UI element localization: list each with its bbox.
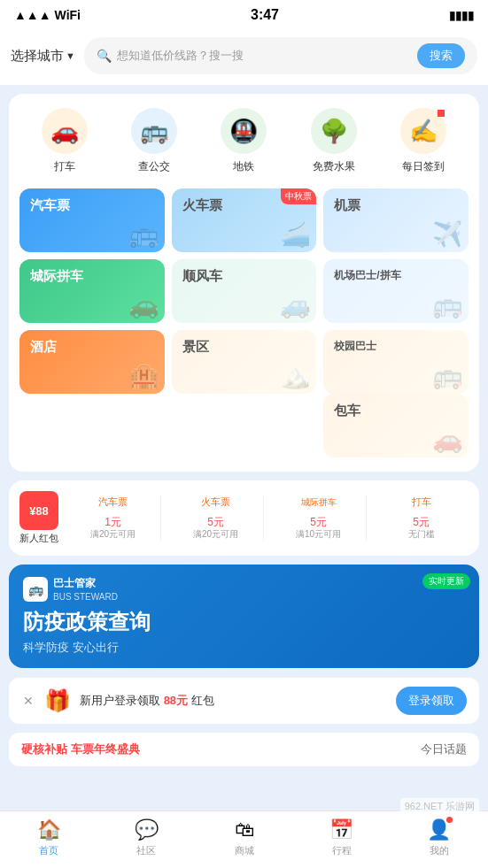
icon-metro[interactable]: 🚇 地铁 xyxy=(221,108,267,174)
fruit-label: 免费水果 xyxy=(313,159,355,174)
tab-trip[interactable]: 📅 行程 xyxy=(293,818,391,857)
tab-shop-label: 商城 xyxy=(235,844,254,857)
ticket-rideshare-title: 顺风车 xyxy=(182,268,306,285)
taxi-icon-bg: 🚗 xyxy=(42,108,88,154)
coupon-train-condition: 满20元可用 xyxy=(174,528,258,541)
battery-icon: ▮▮▮▮ xyxy=(449,9,474,22)
quick-icons: 🚗 打车 🚌 查公交 🚇 地铁 🌳 免费水果 ✍ 每日签到 xyxy=(19,108,469,174)
coupon-carpool-condition: 满10元可用 xyxy=(276,528,360,541)
city-selector[interactable]: 选择城市 ▼ xyxy=(11,48,75,65)
tab-shop[interactable]: 🛍 商城 xyxy=(195,818,292,857)
notification-amount: 88元 xyxy=(164,694,188,707)
promo-text: 硬核补贴 车票年终盛典 xyxy=(21,741,140,757)
ticket-train[interactable]: 中秋票 火车票 🚄 xyxy=(172,188,317,252)
ticket-grid: 汽车票 🚌 中秋票 火车票 🚄 机票 ✈️ 城际拼车 🚗 顺风车 🚙 xyxy=(19,188,469,457)
coupon-carpool[interactable]: 城际拼车 5元 满10元可用 xyxy=(271,496,367,541)
icon-fruit[interactable]: 🌳 免费水果 xyxy=(311,108,357,174)
close-icon[interactable]: ✕ xyxy=(21,692,35,710)
profile-dot xyxy=(446,817,453,823)
tab-community[interactable]: 💬 社区 xyxy=(97,818,195,857)
icon-bus[interactable]: 🚌 查公交 xyxy=(131,108,177,174)
coupon-section: ¥88 新人红包 汽车票 1元 满20元可用 火车票 5元 满20元可用 城际拼… xyxy=(9,480,479,556)
ticket-carpool-title: 城际拼车 xyxy=(30,268,154,285)
promo-bar: 硬核补贴 车票年终盛典 今日话题 xyxy=(9,733,479,766)
coupon-carpool-type: 城际拼车 xyxy=(276,496,360,509)
topic-text: 今日话题 xyxy=(421,741,467,757)
banner-card[interactable]: 🚌 巴士管家 BUS STEWARD 实时更新 防疫政策查询 科学防疫 安心出行 xyxy=(9,565,479,668)
profile-icon: 👤 xyxy=(427,818,451,841)
ticket-charter-title: 包车 xyxy=(334,403,458,419)
metro-icon-bg: 🚇 xyxy=(221,108,267,154)
ticket-rideshare[interactable]: 顺风车 🚙 xyxy=(172,259,317,323)
ticket-hotel-title: 酒店 xyxy=(30,339,154,356)
tab-home[interactable]: 🏠 首页 xyxy=(0,818,97,857)
trip-icon: 📅 xyxy=(329,818,353,841)
search-bar[interactable]: 🔍 想知道低价线路？搜一搜 搜索 xyxy=(84,37,477,74)
ticket-carpool[interactable]: 城际拼车 🚗 xyxy=(19,259,165,323)
status-time: 3:47 xyxy=(251,7,279,23)
services-card: 🚗 打车 🚌 查公交 🚇 地铁 🌳 免费水果 ✍ 每日签到 xyxy=(9,94,479,472)
coupon-bus-amount: 1元 xyxy=(71,511,155,528)
ticket-flight[interactable]: 机票 ✈️ xyxy=(323,188,469,252)
wifi-icon: WiFi xyxy=(55,8,81,22)
tab-trip-label: 行程 xyxy=(332,844,352,857)
coupon-train-type: 火车票 xyxy=(174,495,258,509)
banner-subtitle: 科学防疫 安心出行 xyxy=(23,640,465,656)
ticket-train-title: 火车票 xyxy=(182,197,306,214)
coupon-taxi-amount: 5元 xyxy=(379,511,463,528)
coupon-taxi[interactable]: 打车 5元 无门槛 xyxy=(374,495,469,541)
notification-bar: ✕ 🎁 新用户登录领取 88元 红包 登录领取 xyxy=(9,677,479,724)
shop-icon: 🛍 xyxy=(235,818,254,841)
chevron-down-icon: ▼ xyxy=(66,50,75,61)
banner-logo-icon: 🚌 xyxy=(23,577,48,602)
tab-home-label: 首页 xyxy=(39,844,58,857)
bus-icon-bg: 🚌 xyxy=(131,108,177,154)
ticket-charter[interactable]: 包车 🚗 xyxy=(323,394,469,457)
search-placeholder: 想知道低价线路？搜一搜 xyxy=(117,48,412,64)
banner-realtime-badge: 实时更新 xyxy=(422,573,470,589)
coupon-bus-type: 汽车票 xyxy=(71,495,155,509)
notification-text: 新用户登录领取 88元 红包 xyxy=(80,693,387,709)
coupon-carpool-amount: 5元 xyxy=(276,511,360,528)
checkin-icon-bg: ✍ xyxy=(400,108,446,154)
tab-community-label: 社区 xyxy=(136,844,156,857)
bottom-tabs: 🏠 首页 💬 社区 🛍 商城 📅 行程 👤 我的 xyxy=(0,810,488,868)
ticket-hotel[interactable]: 酒店 🏨 xyxy=(19,330,165,394)
coupon-train-amount: 5元 xyxy=(174,511,258,528)
login-claim-button[interactable]: 登录领取 xyxy=(396,687,467,715)
banner-logo-text: 巴士管家 BUS STEWARD xyxy=(53,577,118,603)
coupon-taxi-condition: 无门槛 xyxy=(379,528,463,541)
ticket-campus-title: 校园巴士 xyxy=(334,339,458,354)
banner-title: 防疫政策查询 xyxy=(23,608,465,636)
signal-icon: ▲▲▲ xyxy=(14,8,51,22)
coupon-bus-condition: 满20元可用 xyxy=(71,528,155,541)
coupon-badge: ¥88 xyxy=(19,491,58,530)
gift-icon: 🎁 xyxy=(44,688,71,713)
taxi-label: 打车 xyxy=(54,159,75,174)
ticket-campus[interactable]: 校园巴士 🚌 xyxy=(323,330,469,394)
tab-profile-label: 我的 xyxy=(430,844,449,857)
status-bar: ▲▲▲ WiFi 3:47 ▮▮▮▮ xyxy=(0,0,488,30)
coupon-bus[interactable]: 汽车票 1元 满20元可用 xyxy=(66,495,161,541)
ticket-bus-title: 汽车票 xyxy=(30,197,154,214)
ticket-airport-title: 机场巴士/拼车 xyxy=(334,268,458,283)
icon-taxi[interactable]: 🚗 打车 xyxy=(42,108,88,174)
header: 选择城市 ▼ 🔍 想知道低价线路？搜一搜 搜索 xyxy=(0,30,488,85)
ticket-scenic[interactable]: 景区 🏔️ xyxy=(172,330,317,394)
icon-checkin[interactable]: ✍ 每日签到 xyxy=(400,108,446,174)
ticket-scenic-title: 景区 xyxy=(182,339,306,356)
checkin-dot xyxy=(438,110,445,117)
search-icon: 🔍 xyxy=(97,49,112,63)
watermark: 962.NET 乐游网 xyxy=(400,798,479,815)
status-right: ▮▮▮▮ xyxy=(449,9,474,22)
coupon-taxi-type: 打车 xyxy=(379,495,463,509)
banner-logo: 🚌 巴士管家 BUS STEWARD xyxy=(23,577,465,603)
ticket-bus[interactable]: 汽车票 🚌 xyxy=(19,188,165,252)
ticket-flight-title: 机票 xyxy=(334,197,458,214)
coupon-train[interactable]: 火车票 5元 满20元可用 xyxy=(168,495,264,541)
ticket-airport[interactable]: 机场巴士/拼车 🚌 xyxy=(323,259,469,323)
coupon-new-user-label: 新人红包 xyxy=(19,532,58,545)
community-icon: 💬 xyxy=(135,818,159,841)
tab-profile[interactable]: 👤 我的 xyxy=(391,818,488,857)
search-button[interactable]: 搜索 xyxy=(417,43,465,68)
